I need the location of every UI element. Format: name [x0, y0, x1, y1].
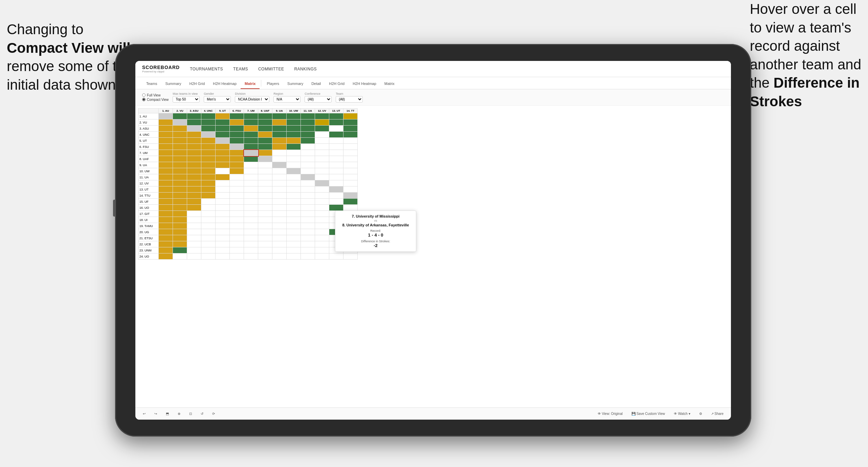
- matrix-cell[interactable]: [329, 199, 343, 205]
- matrix-cell[interactable]: [343, 132, 358, 138]
- region-select[interactable]: N/A: [273, 96, 301, 103]
- matrix-cell[interactable]: [301, 241, 315, 247]
- matrix-cell[interactable]: [173, 253, 187, 260]
- matrix-cell[interactable]: [287, 150, 301, 156]
- matrix-cell[interactable]: [315, 217, 329, 223]
- matrix-cell[interactable]: [301, 211, 315, 217]
- matrix-cell[interactable]: [187, 217, 201, 223]
- matrix-cell[interactable]: [272, 241, 287, 247]
- matrix-cell[interactable]: [329, 144, 343, 150]
- matrix-cell[interactable]: [272, 150, 287, 156]
- sub-nav-h2h-heatmap1[interactable]: H2H Heatmap: [209, 79, 241, 89]
- matrix-cell[interactable]: [187, 193, 201, 199]
- nav-tournaments[interactable]: TOURNAMENTS: [190, 65, 223, 73]
- matrix-cell[interactable]: [301, 186, 315, 193]
- matrix-cell[interactable]: [301, 156, 315, 162]
- matrix-cell[interactable]: [187, 211, 201, 217]
- matrix-cell[interactable]: [187, 229, 201, 235]
- matrix-cell[interactable]: [272, 235, 287, 241]
- matrix-cell[interactable]: [329, 168, 343, 174]
- matrix-cell[interactable]: [258, 217, 272, 223]
- sub-nav-players[interactable]: Players: [263, 79, 283, 89]
- matrix-cell[interactable]: [216, 174, 230, 180]
- matrix-cell[interactable]: [301, 174, 315, 180]
- full-view-radio[interactable]: [142, 93, 146, 97]
- matrix-cell[interactable]: [201, 132, 216, 138]
- matrix-cell[interactable]: [343, 174, 358, 180]
- matrix-cell[interactable]: [201, 119, 216, 126]
- table-row[interactable]: 7. UM: [138, 150, 358, 156]
- matrix-cell[interactable]: [187, 180, 201, 186]
- matrix-cell[interactable]: [230, 126, 244, 132]
- matrix-cell[interactable]: [159, 211, 173, 217]
- matrix-cell[interactable]: [201, 113, 216, 119]
- matrix-cell[interactable]: [315, 138, 329, 144]
- table-row[interactable]: 17. GIT: [138, 211, 358, 217]
- matrix-cell[interactable]: [329, 205, 343, 211]
- matrix-cell[interactable]: [159, 150, 173, 156]
- matrix-cell[interactable]: [287, 138, 301, 144]
- matrix-cell[interactable]: [216, 119, 230, 126]
- matrix-cell[interactable]: [173, 119, 187, 126]
- matrix-cell[interactable]: [187, 144, 201, 150]
- matrix-cell[interactable]: [187, 168, 201, 174]
- matrix-cell[interactable]: [343, 168, 358, 174]
- matrix-cell[interactable]: [216, 132, 230, 138]
- matrix-cell[interactable]: [258, 144, 272, 150]
- table-row[interactable]: 11. UA: [138, 174, 358, 180]
- matrix-cell[interactable]: [258, 132, 272, 138]
- matrix-cell[interactable]: [287, 193, 301, 199]
- matrix-cell[interactable]: [272, 205, 287, 211]
- matrix-cell[interactable]: [244, 217, 258, 223]
- matrix-cell[interactable]: [244, 193, 258, 199]
- view-original-btn[interactable]: 👁 View: Original: [596, 411, 625, 417]
- matrix-cell[interactable]: [343, 119, 358, 126]
- matrix-cell[interactable]: [173, 211, 187, 217]
- matrix-cell[interactable]: [272, 168, 287, 174]
- matrix-cell[interactable]: [173, 193, 187, 199]
- matrix-cell[interactable]: [159, 217, 173, 223]
- matrix-cell[interactable]: [287, 223, 301, 229]
- matrix-cell[interactable]: [216, 156, 230, 162]
- matrix-cell[interactable]: [329, 253, 343, 260]
- matrix-cell[interactable]: [187, 235, 201, 241]
- matrix-cell[interactable]: [159, 168, 173, 174]
- matrix-cell[interactable]: [301, 119, 315, 126]
- matrix-cell[interactable]: [244, 211, 258, 217]
- matrix-cell[interactable]: [216, 199, 230, 205]
- matrix-cell[interactable]: [272, 247, 287, 253]
- matrix-cell[interactable]: [258, 174, 272, 180]
- matrix-cell[interactable]: [343, 144, 358, 150]
- matrix-cell[interactable]: [272, 199, 287, 205]
- matrix-cell[interactable]: [315, 168, 329, 174]
- matrix-cell[interactable]: [287, 168, 301, 174]
- matrix-cell[interactable]: [258, 180, 272, 186]
- matrix-cell[interactable]: [315, 186, 329, 193]
- matrix-cell[interactable]: [187, 241, 201, 247]
- matrix-cell[interactable]: [315, 132, 329, 138]
- matrix-cell[interactable]: [287, 132, 301, 138]
- matrix-cell[interactable]: [173, 168, 187, 174]
- share-btn[interactable]: ↗ Share: [709, 411, 726, 417]
- matrix-cell[interactable]: [173, 247, 187, 253]
- matrix-cell[interactable]: [244, 174, 258, 180]
- matrix-cell[interactable]: [187, 253, 201, 260]
- matrix-cell[interactable]: [287, 205, 301, 211]
- matrix-cell[interactable]: [258, 223, 272, 229]
- matrix-cell[interactable]: [343, 193, 358, 199]
- table-row[interactable]: 14. TTU: [138, 193, 358, 199]
- matrix-cell[interactable]: [201, 241, 216, 247]
- matrix-cell[interactable]: [230, 113, 244, 119]
- matrix-cell[interactable]: [201, 247, 216, 253]
- matrix-cell[interactable]: [173, 186, 187, 193]
- matrix-cell[interactable]: [201, 180, 216, 186]
- tool-3[interactable]: ⊡: [187, 411, 194, 417]
- matrix-cell[interactable]: [230, 156, 244, 162]
- matrix-cell[interactable]: [329, 113, 343, 119]
- matrix-cell[interactable]: [258, 138, 272, 144]
- sub-nav-detail[interactable]: Detail: [307, 79, 325, 89]
- matrix-cell[interactable]: [272, 126, 287, 132]
- matrix-cell[interactable]: [315, 113, 329, 119]
- undo-btn[interactable]: ↩: [141, 411, 148, 417]
- matrix-cell[interactable]: [173, 156, 187, 162]
